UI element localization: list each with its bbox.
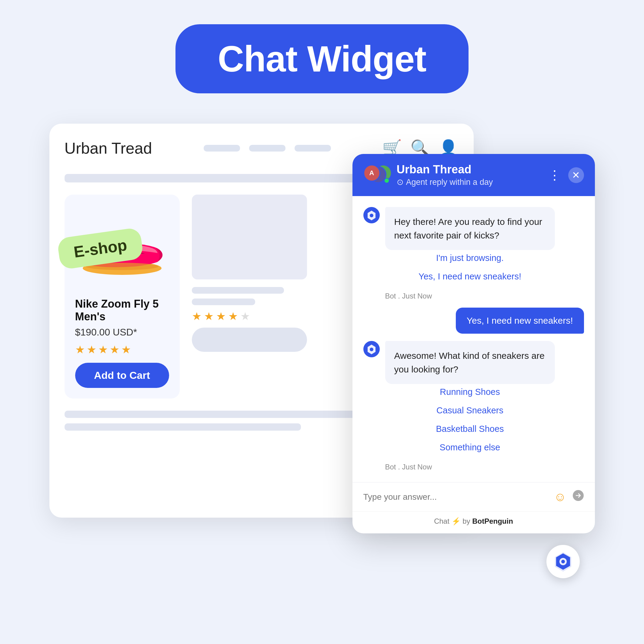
site-logo: Urban Tread <box>65 139 152 157</box>
nav-link-1 <box>204 145 240 152</box>
bot-bubble-1: Hey there! Are you ready to find your ne… <box>385 207 555 250</box>
svg-point-3 <box>370 348 373 351</box>
status-text: Agent reply within a day <box>406 178 493 187</box>
status-icon: ⊙ <box>397 177 404 187</box>
product-stars: ★ ★ ★ ★ ★ <box>75 343 169 356</box>
bot-text-1: Hey there! Are you ready to find your ne… <box>394 215 546 242</box>
avatar-1: A <box>363 165 380 182</box>
page-title: Chat Widget <box>218 38 426 80</box>
nav-link-3 <box>295 145 331 152</box>
nav-link-2 <box>249 145 285 152</box>
bot-icon-1 <box>363 207 380 223</box>
chat-brand-name: Urban Thread <box>397 163 540 176</box>
floating-bot-button[interactable] <box>546 545 580 578</box>
chat-footer: Chat ⚡ by BotPenguin <box>352 511 595 533</box>
bot-text-2: Awesome! What kind of sneakers are you l… <box>394 349 546 376</box>
eshop-label: E-shop <box>72 236 128 261</box>
product-title: Nike Zoom Fly 5 Men's <box>75 298 169 323</box>
chat-menu-button[interactable]: ⋮ <box>546 165 563 185</box>
bot-timestamp-2: Bot . Just Now <box>385 463 584 471</box>
nav-links <box>204 145 331 152</box>
quick-reply-casual[interactable]: Casual Sneakers <box>436 404 503 417</box>
chat-header-actions: ⋮ ✕ <box>546 165 584 185</box>
chat-input[interactable] <box>363 492 548 502</box>
brand-name: BotPenguin <box>472 517 513 525</box>
outer-container: Chat Widget Urban Tread 🛒 🔍 👤 <box>0 0 644 644</box>
user-message-1: Yes, I need new sneakers! <box>363 308 584 334</box>
product-card-2: ★ ★ ★ ★ ★ <box>192 195 307 399</box>
bot-timestamp-1: Bot . Just Now <box>385 292 584 300</box>
chat-header: A B C Urban Thread ⊙ Agent reply within … <box>352 154 595 196</box>
bottom-bar-2 <box>65 423 301 431</box>
quick-reply-basketball[interactable]: Basketball Shoes <box>436 422 504 436</box>
quick-reply-browsing[interactable]: I'm just browsing. <box>436 251 504 265</box>
svg-point-2 <box>370 214 373 217</box>
bolt-icon: ⚡ <box>452 517 461 525</box>
chat-close-button[interactable]: ✕ <box>568 167 584 183</box>
quick-reply-running[interactable]: Running Shoes <box>440 385 500 399</box>
star-3: ★ <box>98 343 108 356</box>
online-indicator <box>384 178 389 183</box>
send-button[interactable] <box>572 490 584 504</box>
quick-replies-1: I'm just browsing. Yes, I need new sneak… <box>385 251 555 283</box>
emoji-button[interactable]: ☺ <box>554 490 566 504</box>
quick-reply-other[interactable]: Something else <box>440 441 500 454</box>
svg-point-6 <box>561 560 565 563</box>
star-5: ★ <box>121 343 131 356</box>
product-price: $190.00 USD* <box>75 327 169 338</box>
title-pill: Chat Widget <box>175 24 469 93</box>
chat-input-area: ☺ <box>352 482 595 511</box>
star-4: ★ <box>110 343 119 356</box>
placeholder-title <box>192 287 284 294</box>
star-2: ★ <box>87 343 96 356</box>
bot-message-1: Hey there! Are you ready to find your ne… <box>363 207 584 283</box>
user-bubble-1: Yes, I need new sneakers! <box>456 308 584 334</box>
chat-body: Hey there! Are you ready to find your ne… <box>352 196 595 482</box>
placeholder-stars: ★ ★ ★ ★ ★ <box>192 310 307 323</box>
placeholder-price <box>192 299 255 305</box>
chat-widget: A B C Urban Thread ⊙ Agent reply within … <box>352 154 595 533</box>
quick-replies-2: Running Shoes Casual Sneakers Basketball… <box>385 385 555 454</box>
add-to-cart-button[interactable]: Add to Cart <box>75 363 169 388</box>
bot-icon-2 <box>363 341 380 357</box>
bot-bubble-2: Awesome! What kind of sneakers are you l… <box>385 341 555 384</box>
placeholder-image <box>192 195 307 279</box>
star-1: ★ <box>75 343 85 356</box>
bot-message-2: Awesome! What kind of sneakers are you l… <box>363 341 584 454</box>
chat-avatars: A B C <box>363 165 391 186</box>
chat-header-info: Urban Thread ⊙ Agent reply within a day <box>397 163 540 187</box>
placeholder-button <box>192 328 307 352</box>
main-area: Urban Tread 🛒 🔍 👤 <box>49 124 595 593</box>
quick-reply-sneakers[interactable]: Yes, I need new sneakers! <box>419 270 521 283</box>
product-card-1: Nike Zoom Fly 5 Men's $190.00 USD* ★ ★ ★… <box>65 195 180 399</box>
chat-status: ⊙ Agent reply within a day <box>397 177 540 187</box>
